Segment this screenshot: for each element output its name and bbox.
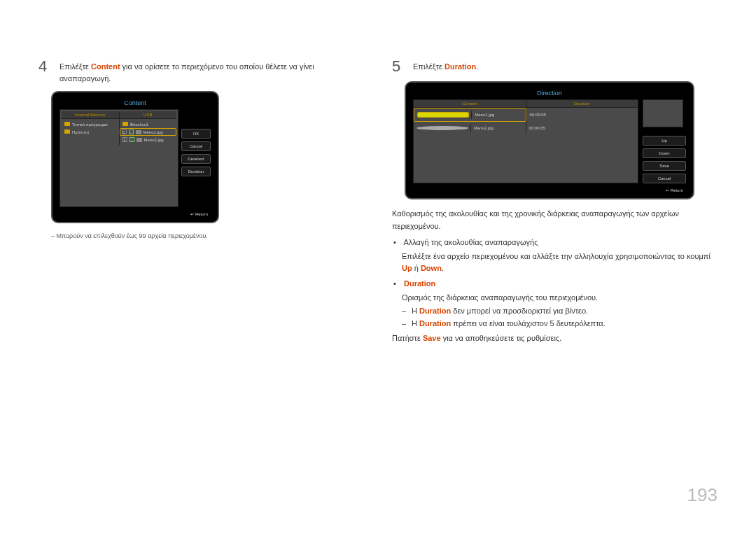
step-number: 5 xyxy=(392,59,405,74)
keyword-save: Save xyxy=(423,334,441,342)
file-item-selected[interactable]: 1✓Menu1.jpg xyxy=(120,128,177,136)
check-icon: ✓ xyxy=(129,129,134,134)
step-text: Επιλέξτε Content για να ορίσετε το περιε… xyxy=(59,59,364,84)
preview-box xyxy=(643,99,683,127)
col-content: Content xyxy=(414,100,526,107)
direction-list: Content Duration Menu1.jpg 00:00:05 Menu… xyxy=(413,99,638,183)
folder-item[interactable]: Πρότυπα xyxy=(63,128,118,136)
button-column: OK Cancel Deselect Duration xyxy=(181,109,211,207)
cancel-button[interactable]: Cancel xyxy=(181,141,211,151)
image-icon xyxy=(136,138,142,142)
step-5: 5 Επιλέξτε Duration. xyxy=(392,59,718,74)
keyword-content: Content xyxy=(91,62,120,71)
usb-list: Φάκελος1 1✓Menu1.jpg 2✓Menu2.jpg xyxy=(119,119,177,145)
sub-item: Η Duration πρέπει να είναι τουλάχιστον 5… xyxy=(412,318,718,330)
col-duration: Duration xyxy=(526,100,638,107)
list-row[interactable]: Menu2.jpg 00:00:05 xyxy=(414,122,638,134)
list-row-selected[interactable]: Menu1.jpg 00:00:05 xyxy=(414,108,638,122)
folder-icon xyxy=(64,129,70,134)
sub-list: Η Duration δεν μπορεί να προσδιοριστεί γ… xyxy=(402,305,718,330)
ok-button[interactable]: OK xyxy=(181,129,211,139)
sub-item: Η Duration δεν μπορεί να προσδιοριστεί γ… xyxy=(412,305,718,318)
step-number: 4 xyxy=(38,59,51,84)
folder-icon xyxy=(64,122,70,127)
save-button[interactable]: Save xyxy=(643,161,686,171)
dot-icon xyxy=(417,112,469,118)
down-button[interactable]: Down xyxy=(643,148,686,158)
tab-usb[interactable]: USB xyxy=(119,111,177,118)
keyword-duration: Duration xyxy=(404,279,435,288)
bullet-subtext: Ορισμός της διάρκειας αναπαραγωγής του π… xyxy=(402,292,718,304)
left-column: 4 Επιλέξτε Content για να ορίσετε το περ… xyxy=(38,59,364,345)
return-button[interactable]: Return xyxy=(59,211,211,216)
return-button[interactable]: Return xyxy=(413,188,686,192)
check-icon: ✓ xyxy=(130,137,134,142)
keyword-duration: Duration xyxy=(444,62,476,71)
bullet-list: Αλλαγή της ακολουθίας αναπαραγωγής Επιλέ… xyxy=(392,237,718,330)
folder-item[interactable]: Φάκελος1 xyxy=(121,120,176,128)
up-button[interactable]: Up xyxy=(643,136,686,146)
screen-title: Direction xyxy=(413,90,686,97)
paragraph: Καθορισμός της ακολουθίας και της χρονικ… xyxy=(392,208,718,232)
folder-item[interactable]: Τοπικό πρόγραμμα xyxy=(63,120,118,128)
file-item[interactable]: 2✓Menu2.jpg xyxy=(121,136,176,143)
internal-memory-list: Τοπικό πρόγραμμα Πρότυπα xyxy=(62,119,119,145)
cancel-button[interactable]: Cancel xyxy=(643,174,686,183)
button-column: Up Down Save Cancel xyxy=(643,99,686,183)
bullet-item: Duration Ορισμός της διάρκειας αναπαραγω… xyxy=(402,278,718,330)
step-text: Επιλέξτε Duration. xyxy=(413,59,478,74)
content-screen: Content Internal Memory USB Τοπικό πρόγρ… xyxy=(51,91,219,223)
keyword-down: Down xyxy=(421,264,442,272)
tab-internal-memory[interactable]: Internal Memory xyxy=(62,111,119,118)
deselect-button[interactable]: Deselect xyxy=(181,154,211,164)
right-column: 5 Επιλέξτε Duration. Direction Content D… xyxy=(392,59,718,345)
screen-title: Content xyxy=(59,99,211,106)
footnote: Μπορούν να επιλεχθούν έως 99 αρχεία περι… xyxy=(51,232,364,241)
folder-icon xyxy=(122,122,128,127)
bullet-item: Αλλαγή της ακολουθίας αναπαραγωγής Επιλέ… xyxy=(402,237,718,275)
dot-icon xyxy=(416,126,468,130)
order-number: 2 xyxy=(122,137,127,142)
image-icon xyxy=(136,130,141,134)
duration-button[interactable]: Duration xyxy=(181,167,211,176)
paragraph: Πατήστε Save για να αποθηκεύσετε τις ρυθ… xyxy=(392,332,718,345)
direction-screen: Direction Content Duration Menu1.jpg 00:… xyxy=(405,81,694,199)
content-panel: Internal Memory USB Τοπικό πρόγραμμα Πρό… xyxy=(59,109,178,207)
order-number: 1 xyxy=(122,129,127,134)
step-4: 4 Επιλέξτε Content για να ορίσετε το περ… xyxy=(38,59,364,84)
page-number: 193 xyxy=(687,484,718,506)
keyword-up: Up xyxy=(402,264,412,272)
